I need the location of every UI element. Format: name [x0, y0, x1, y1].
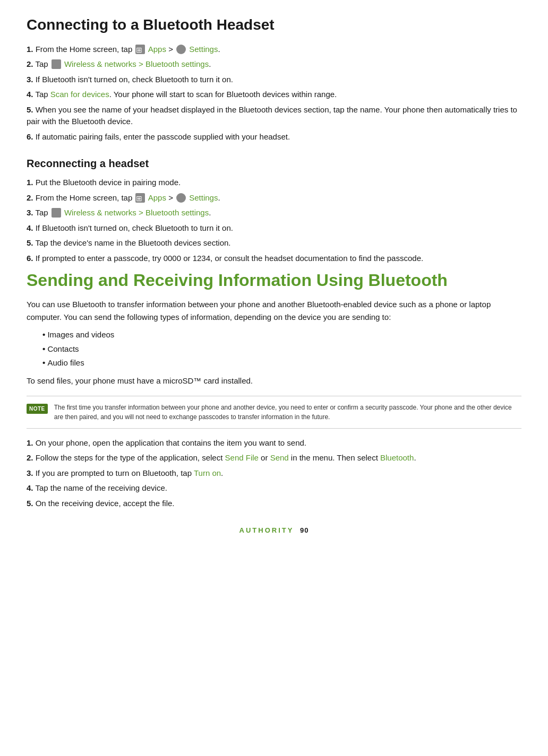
settings-label-2: Settings: [189, 193, 218, 202]
reconnecting-steps-list: 1. Put the Bluetooth device in pairing m…: [27, 177, 521, 264]
footer-page-num: 90: [300, 526, 309, 534]
step-4: 4. Tap Scan for devices. Your phone will…: [27, 89, 521, 101]
bullet-contacts: Contacts: [42, 343, 521, 355]
send-step-5: 5. On the receiving device, accept the f…: [27, 498, 521, 510]
subsection-reconnecting-title: Reconnecting a headset: [27, 155, 521, 171]
section-reconnecting: Reconnecting a headset 1. Put the Blueto…: [27, 155, 521, 264]
apps-label: Apps: [148, 45, 166, 54]
send-file-link: Send File: [225, 453, 259, 462]
step-6: 6. If automatic pairing fails, enter the…: [27, 131, 521, 143]
send-step-1: 1. On your phone, open the application t…: [27, 437, 521, 449]
settings-icon: [176, 45, 186, 54]
apps-icon-2: [135, 193, 145, 203]
note-text: The first time you transfer information …: [54, 403, 521, 422]
connecting-steps-list: 1. From the Home screen, tap Apps > Sett…: [27, 44, 521, 143]
section-connecting-title: Connecting to a Bluetooth Headset: [27, 16, 521, 34]
wireless-networks-link-2: Wireless & networks > Bluetooth settings: [64, 208, 209, 217]
step-2: 2. Tap Wireless & networks > Bluetooth s…: [27, 58, 521, 71]
turn-on-link: Turn on: [194, 468, 221, 477]
page-footer: AUTHORITY 90: [27, 525, 521, 536]
note-badge: NOTE: [27, 404, 48, 414]
section-sending-title: Sending and Receiving Information Using …: [27, 270, 521, 291]
reconnect-step-6: 6. If prompted to enter a passcode, try …: [27, 253, 521, 265]
reconnect-step-5: 5. Tap the device's name in the Bluetoot…: [27, 237, 521, 249]
step-5: 5. When you see the name of your headset…: [27, 104, 521, 128]
reconnect-step-1: 1. Put the Bluetooth device in pairing m…: [27, 177, 521, 189]
apps-label-2: Apps: [148, 193, 166, 202]
bullet-audio: Audio files: [42, 357, 521, 369]
wireless-networks-link: Wireless & networks > Bluetooth settings: [64, 59, 209, 68]
microsd-note-text: To send files, your phone must have a mi…: [27, 375, 521, 387]
send-link: Send: [270, 453, 289, 462]
section-sending: Sending and Receiving Information Using …: [27, 270, 521, 509]
scan-for-devices-link: Scan for devices: [50, 90, 109, 99]
arrow-1: >: [168, 45, 175, 54]
step-1: 1. From the Home screen, tap Apps > Sett…: [27, 44, 521, 56]
step-3: 3. If Bluetooth isn't turned on, check B…: [27, 74, 521, 86]
settings-icon-2: [176, 193, 186, 203]
wireless-icon-2: [52, 208, 61, 218]
sending-bullets-list: Images and videos Contacts Audio files: [42, 329, 521, 369]
send-step-4: 4. Tap the name of the receiving device.: [27, 482, 521, 494]
note-box: NOTE The first time you transfer informa…: [27, 396, 521, 429]
settings-label: Settings: [189, 45, 218, 54]
bluetooth-link: Bluetooth: [380, 453, 414, 462]
bullet-images: Images and videos: [42, 329, 521, 341]
send-step-3: 3. If you are prompted to turn on Blueto…: [27, 467, 521, 480]
arrow-2: >: [168, 193, 175, 202]
reconnect-step-4: 4. If Bluetooth isn't turned on, check B…: [27, 222, 521, 234]
reconnect-step-2: 2. From the Home screen, tap Apps > Sett…: [27, 192, 521, 204]
apps-icon: [135, 45, 145, 54]
section-connecting: Connecting to a Bluetooth Headset 1. Fro…: [27, 16, 521, 143]
sending-steps-list: 1. On your phone, open the application t…: [27, 437, 521, 510]
sending-intro-text: You can use Bluetooth to transfer inform…: [27, 298, 521, 324]
reconnect-step-3: 3. Tap Wireless & networks > Bluetooth s…: [27, 207, 521, 219]
send-step-2: 2. Follow the steps for the type of the …: [27, 452, 521, 464]
wireless-icon-1: [52, 59, 61, 69]
footer-brand: AUTHORITY: [239, 526, 294, 534]
